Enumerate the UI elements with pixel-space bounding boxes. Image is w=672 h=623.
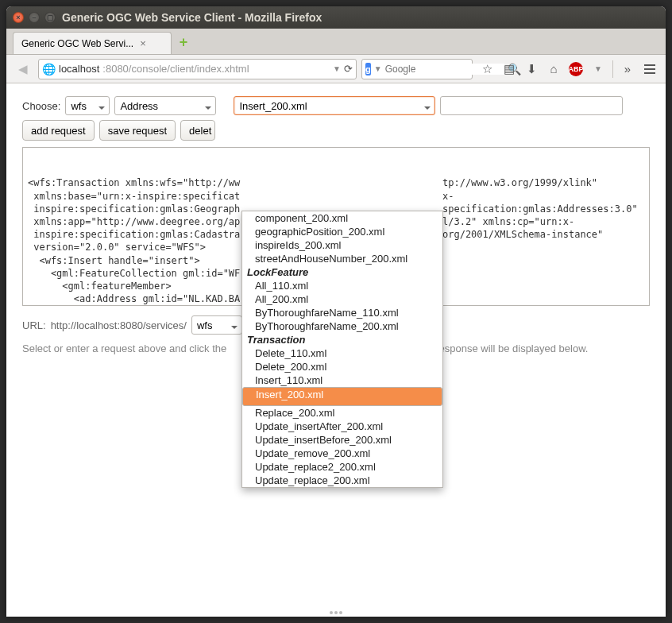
dropdown-item[interactable]: All_110.xml <box>242 279 442 292</box>
window-minimize-button[interactable]: – <box>29 12 40 23</box>
home-icon[interactable]: ⌂ <box>544 60 563 79</box>
choose-row: Choose: wfs Address Insert_200.xml <box>22 96 650 115</box>
add-request-button[interactable]: add request <box>22 120 95 141</box>
dropdown-item[interactable]: ByThoroughfareName_200.xml <box>242 319 442 333</box>
url-path: :8080/console/client/index.xhtml <box>102 63 249 75</box>
dropdown-item[interactable]: Replace_200.xml <box>242 406 442 420</box>
xml-text-right: tp://www.w3.org/1999/xlink" x- specifica… <box>442 176 638 306</box>
dropdown-item[interactable]: Delete_200.xml <box>242 360 442 373</box>
category-select[interactable]: Address <box>114 96 216 115</box>
search-bar[interactable]: g ▼ 🔍 <box>361 59 473 79</box>
url-label: URL: <box>22 319 46 331</box>
dropdown-item[interactable]: Insert_200.xml <box>242 387 442 406</box>
adblock-dropdown-icon[interactable]: ▼ <box>589 60 608 79</box>
filter-input[interactable] <box>440 96 623 115</box>
tab-label: Generic OGC Web Servi... <box>21 38 133 49</box>
reload-button[interactable]: ⟳ <box>344 63 353 75</box>
back-button[interactable]: ◀ <box>13 60 33 79</box>
hamburger-menu-button[interactable] <box>640 60 659 79</box>
delete-request-button[interactable]: delet <box>180 120 215 141</box>
url-host: localhost <box>59 63 99 75</box>
url-service-select[interactable]: wfs <box>191 315 242 335</box>
window-titlebar: × – ▢ Generic OGC Web Service Client - M… <box>6 6 666 29</box>
xml-text-left: <wfs:Transaction xmlns:wfs="http://ww xm… <box>28 176 241 306</box>
dropdown-item[interactable]: Update_insertBefore_200.xml <box>242 433 442 447</box>
window-title: Generic OGC Web Service Client - Mozilla… <box>62 11 659 24</box>
choose-label: Choose: <box>22 100 60 112</box>
search-engine-icon[interactable]: g <box>365 63 371 75</box>
url-value: http://localhost:8080/services/ <box>51 319 187 331</box>
dropdown-item[interactable]: ByThoroughfareName_110.xml <box>242 306 442 319</box>
page-content: Choose: wfs Address Insert_200.xml add r… <box>6 83 666 617</box>
save-request-button[interactable]: save request <box>99 120 176 141</box>
dropdown-item[interactable]: inspireIds_200.xml <box>242 238 442 252</box>
site-identity-icon[interactable]: 🌐 <box>42 63 56 75</box>
browser-tab[interactable]: Generic OGC Web Servi... × <box>13 32 172 54</box>
dropdown-item[interactable]: Delete_110.xml <box>242 346 442 360</box>
bookmark-star-icon[interactable]: ☆ <box>477 60 496 79</box>
window-controls: × – ▢ <box>13 12 56 23</box>
dropdown-item[interactable]: streetAndHouseNumber_200.xml <box>242 252 442 265</box>
dropdown-item[interactable]: Update_replace_200.xml <box>242 474 442 487</box>
window-maximize-button[interactable]: ▢ <box>44 12 56 23</box>
new-tab-button[interactable]: + <box>175 33 192 51</box>
toolbar-icons: ☆ ▤ ⬇ ⌂ ABP ▼ » <box>477 60 659 79</box>
overflow-icon[interactable]: » <box>618 60 637 79</box>
action-row: add request save request delet <box>22 120 650 141</box>
tab-close-icon[interactable]: × <box>140 37 146 49</box>
dropdown-item[interactable]: All_200.xml <box>242 292 442 306</box>
dropdown-item[interactable]: Insert_110.xml <box>242 373 442 387</box>
tab-strip: Generic OGC Web Servi... × + <box>6 29 666 55</box>
file-select[interactable]: Insert_200.xml <box>234 96 435 115</box>
dropdown-item[interactable]: Update_insertAfter_200.xml <box>242 420 442 433</box>
dropdown-item[interactable]: geographicPosition_200.xml <box>242 225 442 238</box>
dropdown-group-label: Transaction <box>242 333 442 346</box>
dropdown-item[interactable]: Update_replace2_200.xml <box>242 460 442 474</box>
dropdown-group-label: LockFeature <box>242 265 442 279</box>
window-close-button[interactable]: × <box>13 12 24 23</box>
nav-toolbar: ◀ 🌐 localhost:8080/console/client/index.… <box>6 55 666 83</box>
toolbar-divider <box>612 60 613 78</box>
dropdown-item[interactable]: Update_remove_200.xml <box>242 447 442 460</box>
dropdown-item[interactable]: component_200.xml <box>242 211 442 225</box>
url-dropdown-icon[interactable]: ▼ <box>333 64 341 73</box>
search-engine-dropdown-icon[interactable]: ▼ <box>374 64 382 73</box>
downloads-icon[interactable]: ⬇ <box>522 60 541 79</box>
adblock-icon[interactable]: ABP <box>566 60 585 79</box>
window-resize-grip[interactable] <box>320 611 352 614</box>
reader-icon[interactable]: ▤ <box>500 60 519 79</box>
firefox-window: × – ▢ Generic OGC Web Service Client - M… <box>6 6 666 617</box>
service-select[interactable]: wfs <box>65 96 110 115</box>
url-bar[interactable]: 🌐 localhost:8080/console/client/index.xh… <box>38 59 357 79</box>
file-select-dropdown[interactable]: component_200.xmlgeographicPosition_200.… <box>241 211 443 488</box>
